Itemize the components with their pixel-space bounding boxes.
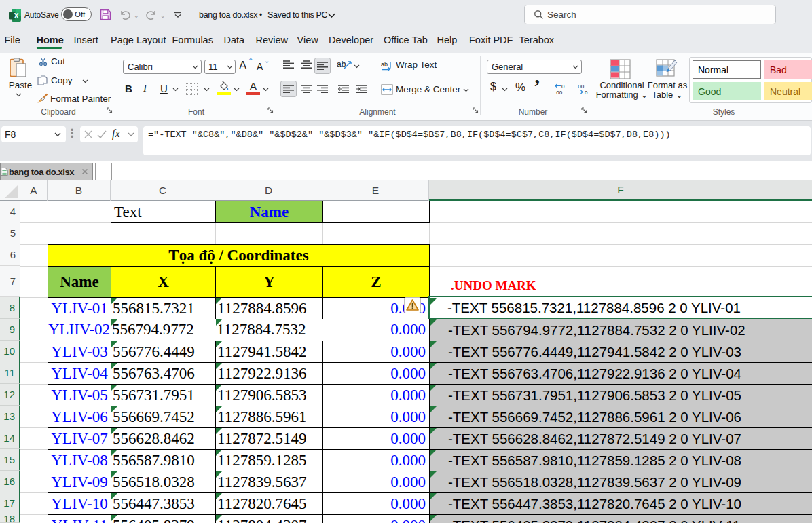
- svg-text:X: X: [14, 12, 18, 20]
- svg-text:.00: .00: [555, 90, 563, 95]
- svg-text:0: 0: [561, 83, 565, 90]
- svg-text:ab: ab: [381, 61, 388, 68]
